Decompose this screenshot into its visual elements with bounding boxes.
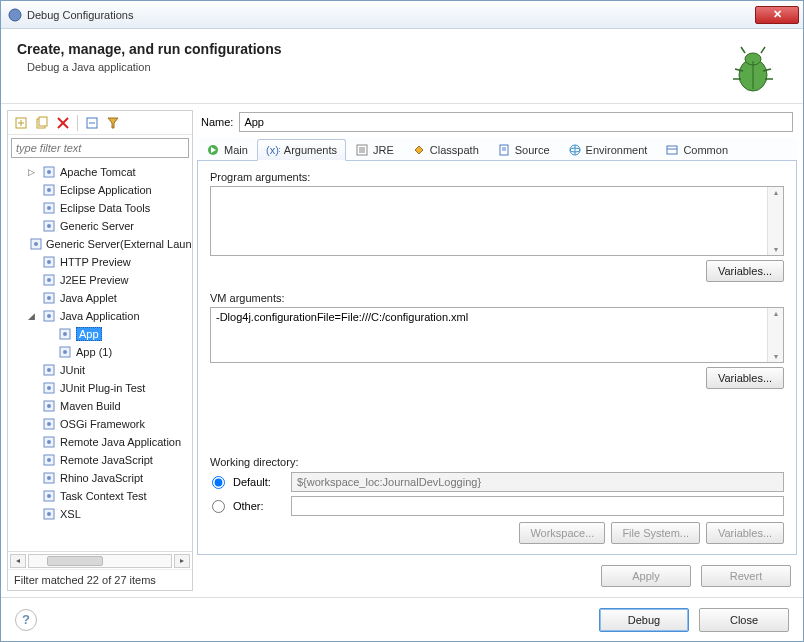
svg-point-38 bbox=[63, 332, 67, 336]
tree-item-label: Apache Tomcat bbox=[60, 166, 136, 178]
tree-item[interactable]: App (1) bbox=[8, 343, 192, 361]
tree-item-label: App (1) bbox=[76, 346, 112, 358]
tree-item[interactable]: Eclipse Application bbox=[8, 181, 192, 199]
tree-item[interactable]: App bbox=[8, 325, 192, 343]
config-type-icon bbox=[41, 506, 57, 522]
tree-item[interactable]: XSL bbox=[8, 505, 192, 523]
config-type-icon bbox=[41, 398, 57, 414]
tree-item[interactable]: Remote JavaScript bbox=[8, 451, 192, 469]
svg-text:(x)=: (x)= bbox=[266, 144, 280, 156]
tree-item[interactable]: Rhino JavaScript bbox=[8, 469, 192, 487]
tab-jre[interactable]: JRE bbox=[346, 138, 403, 160]
tab-arguments[interactable]: (x)= Arguments bbox=[257, 139, 346, 161]
tree-item[interactable]: ▷Apache Tomcat bbox=[8, 163, 192, 181]
workdir-other-input[interactable] bbox=[291, 496, 784, 516]
svg-line-9 bbox=[761, 47, 765, 53]
tree-item[interactable]: Generic Server bbox=[8, 217, 192, 235]
tree-item-label: JUnit Plug-in Test bbox=[60, 382, 145, 394]
close-button[interactable]: Close bbox=[699, 608, 789, 632]
tree-item[interactable]: Eclipse Data Tools bbox=[8, 199, 192, 217]
program-args-input[interactable] bbox=[211, 187, 767, 255]
config-type-icon bbox=[41, 434, 57, 450]
vm-variables-button[interactable]: Variables... bbox=[706, 367, 784, 389]
tab-main[interactable]: Main bbox=[197, 138, 257, 160]
config-type-icon bbox=[29, 236, 43, 252]
revert-button[interactable]: Revert bbox=[701, 565, 791, 587]
config-type-icon bbox=[41, 164, 57, 180]
help-button[interactable]: ? bbox=[15, 609, 37, 631]
filter-input[interactable] bbox=[11, 138, 189, 158]
filter-status: Filter matched 22 of 27 items bbox=[8, 569, 192, 590]
tree-item[interactable]: ◢Java Application bbox=[8, 307, 192, 325]
tree-item[interactable]: Task Context Test bbox=[8, 487, 192, 505]
tree-hscrollbar[interactable]: ◂ ▸ bbox=[8, 551, 192, 569]
tree-item[interactable]: OSGi Framework bbox=[8, 415, 192, 433]
tree-item[interactable]: Java Applet bbox=[8, 289, 192, 307]
config-type-icon bbox=[41, 272, 57, 288]
collapse-all-icon[interactable] bbox=[83, 114, 101, 132]
delete-icon[interactable] bbox=[54, 114, 72, 132]
textarea-scrollbar[interactable]: ▴▾ bbox=[767, 187, 783, 255]
tab-source[interactable]: Source bbox=[488, 138, 559, 160]
svg-rect-14 bbox=[39, 117, 47, 126]
tree-item[interactable]: JUnit bbox=[8, 361, 192, 379]
config-type-icon bbox=[41, 470, 57, 486]
config-tree[interactable]: ▷Apache TomcatEclipse ApplicationEclipse… bbox=[8, 161, 192, 551]
tree-item[interactable]: Maven Build bbox=[8, 397, 192, 415]
tab-classpath[interactable]: Classpath bbox=[403, 138, 488, 160]
scroll-left-icon[interactable]: ◂ bbox=[10, 554, 26, 568]
tree-item-label: J2EE Preview bbox=[60, 274, 128, 286]
jre-icon bbox=[355, 143, 369, 157]
duplicate-icon[interactable] bbox=[33, 114, 51, 132]
workdir-default-label: Default: bbox=[233, 476, 283, 488]
tree-item[interactable]: HTTP Preview bbox=[8, 253, 192, 271]
run-icon bbox=[206, 143, 220, 157]
config-type-icon bbox=[41, 362, 57, 378]
name-input[interactable] bbox=[239, 112, 793, 132]
workdir-default-radio[interactable] bbox=[212, 476, 225, 489]
program-args-label: Program arguments: bbox=[210, 171, 784, 183]
scroll-right-icon[interactable]: ▸ bbox=[174, 554, 190, 568]
svg-point-48 bbox=[47, 422, 51, 426]
svg-point-34 bbox=[47, 296, 51, 300]
name-label: Name: bbox=[201, 116, 233, 128]
config-type-icon bbox=[41, 416, 57, 432]
textarea-scrollbar[interactable]: ▴▾ bbox=[767, 308, 783, 362]
tree-item-label: Generic Server bbox=[60, 220, 134, 232]
apply-button[interactable]: Apply bbox=[601, 565, 691, 587]
bug-icon bbox=[725, 41, 781, 97]
header: Create, manage, and run configurations D… bbox=[1, 29, 803, 104]
svg-point-36 bbox=[47, 314, 51, 318]
program-variables-button[interactable]: Variables... bbox=[706, 260, 784, 282]
config-type-icon bbox=[41, 452, 57, 468]
filesystem-button[interactable]: File System... bbox=[611, 522, 700, 544]
tree-item[interactable]: Remote Java Application bbox=[8, 433, 192, 451]
workdir-variables-button[interactable]: Variables... bbox=[706, 522, 784, 544]
tab-common[interactable]: Common bbox=[656, 138, 737, 160]
debug-button[interactable]: Debug bbox=[599, 608, 689, 632]
svg-line-8 bbox=[741, 47, 745, 53]
svg-point-22 bbox=[47, 188, 51, 192]
tree-item-label: OSGi Framework bbox=[60, 418, 145, 430]
vm-args-input[interactable]: -Dlog4j.configurationFile=File:///C:/con… bbox=[211, 308, 767, 362]
svg-point-24 bbox=[47, 206, 51, 210]
workdir-label: Working directory: bbox=[210, 456, 784, 468]
tree-item[interactable]: J2EE Preview bbox=[8, 271, 192, 289]
svg-point-42 bbox=[47, 368, 51, 372]
new-config-icon[interactable] bbox=[12, 114, 30, 132]
tree-item[interactable]: JUnit Plug-in Test bbox=[8, 379, 192, 397]
window-close-button[interactable]: ✕ bbox=[755, 6, 799, 24]
workdir-other-radio[interactable] bbox=[212, 500, 225, 513]
filter-menu-icon[interactable] bbox=[104, 114, 122, 132]
svg-point-46 bbox=[47, 404, 51, 408]
workspace-button[interactable]: Workspace... bbox=[519, 522, 605, 544]
tree-item-label: Remote JavaScript bbox=[60, 454, 153, 466]
tab-environment[interactable]: Environment bbox=[559, 138, 657, 160]
svg-point-54 bbox=[47, 476, 51, 480]
classpath-icon bbox=[412, 143, 426, 157]
header-subtitle: Debug a Java application bbox=[27, 61, 725, 73]
tree-item[interactable]: Generic Server(External Launch) bbox=[8, 235, 192, 253]
svg-point-44 bbox=[47, 386, 51, 390]
config-type-icon bbox=[41, 182, 57, 198]
vm-args-label: VM arguments: bbox=[210, 292, 784, 304]
